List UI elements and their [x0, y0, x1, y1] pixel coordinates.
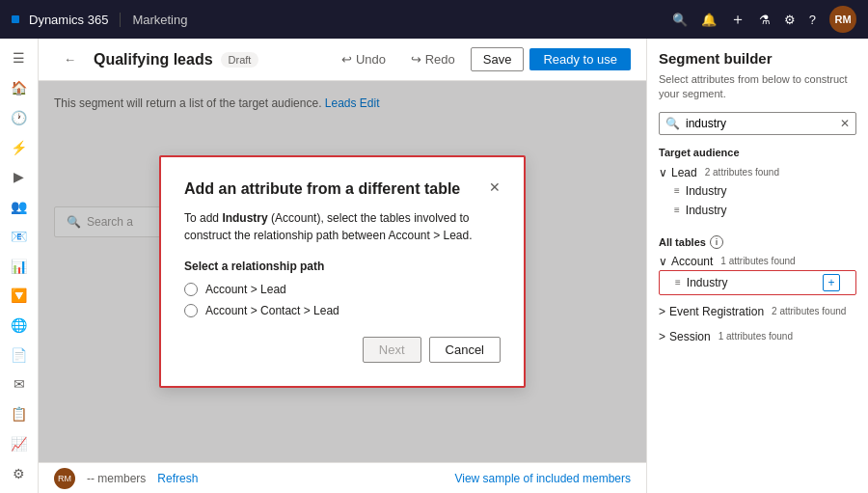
sidebar-doc-icon[interactable]: 📄: [4, 342, 35, 367]
chevron-right-session-icon: >: [659, 330, 665, 343]
radio-label-2: Account > Contact > Lead: [205, 304, 339, 317]
main-layout: ☰ 🏠 🕐 ⚡ ▶ 👥 📧 📊 🔽 🌐 📄 ✉ 📋 📈 ⚙ ← Qualifyi…: [0, 39, 868, 493]
sidebar-lightning-icon[interactable]: ⚡: [4, 135, 35, 159]
page-content: This segment will return a list of the t…: [39, 81, 646, 462]
modal-title: Add an attribute from a different table: [184, 180, 460, 198]
account-group-name: Account: [671, 255, 713, 268]
radio-opt1[interactable]: [184, 283, 198, 296]
chevron-right-event-icon: >: [659, 305, 665, 318]
module-name: Marketing: [121, 13, 187, 27]
search-box-icon: 🔍: [665, 117, 680, 130]
nav-icons: 🔍 🔔 ＋ ⚗ ⚙ ? RM: [672, 6, 856, 33]
status-badge: Draft: [221, 52, 259, 68]
sidebar-people-icon[interactable]: 👥: [4, 195, 35, 219]
table-icon-2: ≡: [674, 205, 680, 215]
lead-industry-2[interactable]: ≡ Industry: [659, 201, 856, 220]
session-group: > Session 1 attributes found: [659, 328, 856, 345]
radio-item-2[interactable]: Account > Contact > Lead: [184, 304, 501, 317]
sidebar-play-icon[interactable]: ▶: [4, 165, 35, 189]
members-count: -- members: [87, 472, 146, 485]
filter-icon[interactable]: ⚗: [759, 13, 771, 27]
sidebar-globe-icon[interactable]: 🌐: [4, 314, 35, 338]
avatar-small: RM: [54, 468, 75, 489]
session-group-name: Session: [669, 330, 711, 343]
account-industry-icon: ≡: [675, 277, 681, 288]
add-industry-button[interactable]: +: [823, 274, 840, 291]
sub-toolbar: ← Qualifying leads Draft ↩ Undo ↪ Redo S…: [39, 39, 646, 81]
sidebar-clock-icon[interactable]: 🕐: [4, 105, 35, 129]
account-industry-label: Industry: [687, 276, 728, 289]
account-group: ∨ Account 1 attributes found ≡ Industry …: [659, 253, 856, 295]
sidebar-chart-icon[interactable]: 📊: [4, 254, 35, 278]
brand-name: Dynamics 365: [29, 13, 108, 27]
view-sample-link[interactable]: View sample of included members: [454, 472, 631, 485]
radio-opt2[interactable]: [184, 304, 198, 317]
lead-industry-1[interactable]: ≡ Industry: [659, 181, 856, 201]
undo-button[interactable]: ↩ Undo: [332, 48, 395, 70]
event-reg-count: 2 attributes found: [772, 306, 846, 316]
lead-group-name: Lead: [671, 166, 697, 179]
event-reg-group-header[interactable]: > Event Registration 2 attributes found: [659, 303, 856, 320]
modal-header: Add an attribute from a different table …: [184, 180, 501, 198]
radio-group-label: Select a relationship path: [184, 260, 501, 273]
lead-group-count: 2 attributes found: [705, 167, 779, 178]
modal-body-attr: Industry: [222, 211, 267, 225]
search-box[interactable]: 🔍 ✕: [659, 112, 856, 135]
cancel-button[interactable]: Cancel: [429, 337, 501, 363]
modal: Add an attribute from a different table …: [159, 155, 526, 388]
lead-group: ∨ Lead 2 attributes found ≡ Industry ≡ I…: [659, 164, 856, 220]
bell-icon[interactable]: 🔔: [701, 13, 717, 27]
sidebar-menu-icon[interactable]: ☰: [4, 46, 35, 70]
info-icon[interactable]: i: [710, 235, 723, 249]
table-icon-1: ≡: [674, 185, 680, 196]
lead-industry-label-1: Industry: [686, 184, 727, 198]
back-button[interactable]: ←: [54, 48, 86, 70]
all-tables-section: All tables i: [659, 235, 856, 249]
target-audience-label: Target audience: [659, 147, 856, 158]
all-tables-label: All tables: [659, 236, 706, 248]
content-area: ← Qualifying leads Draft ↩ Undo ↪ Redo S…: [39, 39, 646, 493]
account-group-count: 1 attributes found: [720, 256, 795, 266]
sample-link[interactable]: View sample of included members: [454, 472, 631, 485]
save-button[interactable]: Save: [471, 47, 525, 71]
radio-item-1[interactable]: Account > Lead: [184, 283, 501, 296]
ready-button[interactable]: Ready to use: [529, 48, 631, 70]
session-group-count: 1 attributes found: [719, 331, 793, 342]
search-input[interactable]: [686, 117, 834, 130]
account-industry-item[interactable]: ≡ Industry +: [659, 270, 856, 295]
radio-group: Select a relationship path Account > Lea…: [184, 260, 501, 317]
event-reg-group: > Event Registration 2 attributes found: [659, 303, 856, 320]
right-panel: Segment builder Select attributes from b…: [646, 39, 868, 493]
search-nav-icon[interactable]: 🔍: [672, 13, 688, 27]
brand: Dynamics 365: [12, 13, 121, 27]
panel-title: Segment builder: [659, 50, 856, 67]
redo-button[interactable]: ↪ Redo: [401, 48, 465, 70]
sidebar-mail-icon[interactable]: 📧: [4, 224, 35, 248]
sidebar-analytics-icon[interactable]: 📈: [4, 432, 35, 456]
account-group-header[interactable]: ∨ Account 1 attributes found: [659, 253, 856, 270]
sidebar-list-icon[interactable]: 📋: [4, 402, 35, 426]
next-button[interactable]: Next: [363, 337, 421, 363]
left-sidebar: ☰ 🏠 🕐 ⚡ ▶ 👥 📧 📊 🔽 🌐 📄 ✉ 📋 📈 ⚙: [0, 39, 39, 493]
sidebar-config-icon[interactable]: ⚙: [4, 461, 35, 485]
event-reg-group-name: Event Registration: [669, 305, 764, 318]
chevron-down-account-icon: ∨: [659, 255, 667, 268]
panel-subtitle: Select attributes from below to construc…: [659, 72, 856, 102]
modal-close-button[interactable]: ✕: [489, 180, 501, 194]
session-group-header[interactable]: > Session 1 attributes found: [659, 328, 856, 345]
modal-overlay: Add an attribute from a different table …: [39, 81, 646, 462]
lead-group-header[interactable]: ∨ Lead 2 attributes found: [659, 164, 856, 181]
refresh-link[interactable]: Refresh: [157, 472, 198, 485]
sidebar-home-icon[interactable]: 🏠: [4, 76, 35, 100]
help-icon[interactable]: ?: [809, 13, 816, 27]
avatar[interactable]: RM: [829, 6, 856, 33]
modal-body-prefix: To add: [184, 211, 222, 225]
radio-label-1: Account > Lead: [205, 283, 286, 296]
sidebar-envelope-icon[interactable]: ✉: [4, 372, 35, 397]
plus-nav-icon[interactable]: ＋: [730, 10, 746, 30]
settings-icon[interactable]: ⚙: [784, 13, 796, 27]
sidebar-filter2-icon[interactable]: 🔽: [4, 284, 35, 308]
lead-industry-label-2: Industry: [686, 204, 727, 217]
toolbar-actions: ↩ Undo ↪ Redo Save Ready to use: [332, 47, 631, 71]
clear-search-icon[interactable]: ✕: [840, 117, 850, 130]
